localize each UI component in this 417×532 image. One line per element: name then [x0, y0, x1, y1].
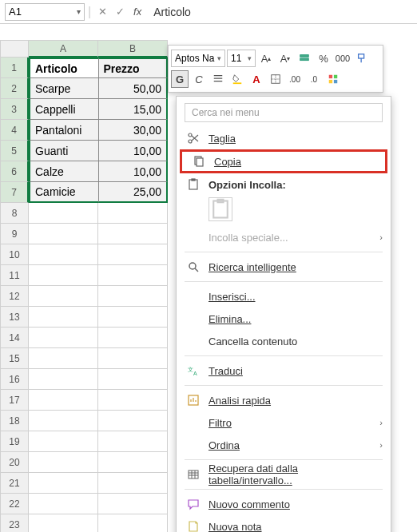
row-header[interactable]: 3 [0, 99, 29, 120]
name-box[interactable]: A1 ▾ [5, 3, 85, 21]
cell[interactable] [29, 307, 98, 328]
menu-delete[interactable]: Elimina... [177, 308, 391, 330]
cell[interactable] [98, 411, 168, 431]
increase-decimal-icon[interactable]: .00 [286, 70, 304, 88]
row-header[interactable]: 14 [0, 328, 29, 348]
row-header[interactable]: 21 [0, 473, 29, 494]
row-header[interactable]: 22 [0, 494, 29, 514]
cell[interactable] [29, 514, 98, 532]
cell[interactable]: Calze [29, 161, 99, 182]
cell[interactable]: 25,00 [99, 182, 169, 203]
cell[interactable]: 10,00 [99, 161, 169, 182]
decrease-decimal-icon[interactable]: .0 [305, 70, 323, 88]
col-header-b[interactable]: B [98, 40, 168, 58]
cell[interactable]: Cappelli [29, 99, 99, 120]
cell[interactable] [98, 328, 168, 348]
row-header[interactable]: 12 [0, 286, 29, 307]
fill-color-icon[interactable] [228, 70, 246, 88]
cell[interactable] [98, 265, 168, 286]
font-selector[interactable]: Aptos Na▾ [171, 50, 225, 67]
row-header[interactable]: 6 [0, 161, 29, 182]
font-color-icon[interactable]: A [248, 70, 265, 88]
cell[interactable]: Articolo [29, 58, 99, 78]
increase-font-icon[interactable]: A▴ [257, 50, 275, 67]
row-header[interactable]: 10 [0, 244, 29, 265]
cell[interactable] [29, 369, 98, 390]
cell[interactable] [98, 390, 168, 411]
menu-new-comment[interactable]: Nuovo commento [177, 493, 391, 515]
italic-button[interactable]: C [190, 70, 208, 88]
fx-icon[interactable]: fx [129, 4, 145, 20]
menu-copy[interactable]: Copia [180, 149, 387, 173]
cell[interactable] [29, 411, 98, 431]
row-header[interactable]: 17 [0, 390, 29, 411]
row-header[interactable]: 16 [0, 369, 29, 390]
row-header[interactable]: 23 [0, 514, 29, 532]
menu-sort[interactable]: Ordina › [177, 434, 391, 456]
cell[interactable] [98, 286, 168, 307]
row-header[interactable]: 5 [0, 141, 29, 161]
cell[interactable]: 10,00 [99, 141, 169, 161]
cell[interactable] [98, 473, 168, 494]
menu-translate[interactable]: 文A Traduci [177, 359, 391, 382]
decrease-font-icon[interactable]: A▾ [276, 50, 294, 67]
cell[interactable] [29, 390, 98, 411]
cell[interactable]: Pantaloni [29, 120, 99, 141]
formula-input[interactable]: Articolo [149, 6, 412, 18]
menu-filter[interactable]: Filtro › [177, 411, 391, 434]
format-painter-icon[interactable] [353, 50, 371, 67]
cell[interactable] [98, 431, 168, 452]
menu-smart-lookup[interactable]: Ricerca intelligente [177, 256, 391, 278]
cell[interactable]: 30,00 [99, 120, 169, 141]
row-header[interactable]: 19 [0, 431, 29, 452]
menu-insert[interactable]: Inserisci... [177, 285, 391, 308]
cell[interactable] [98, 224, 168, 244]
menu-search-input[interactable]: Cerca nei menu [185, 103, 383, 122]
row-header[interactable]: 15 [0, 348, 29, 369]
col-header-a[interactable]: A [29, 40, 98, 58]
row-header[interactable]: 8 [0, 203, 29, 224]
cell[interactable] [29, 328, 98, 348]
cell[interactable] [98, 494, 168, 514]
cell[interactable] [98, 203, 168, 224]
cell[interactable] [98, 307, 168, 328]
cell[interactable]: Prezzo [99, 58, 169, 78]
cell[interactable] [29, 348, 98, 369]
menu-cut[interactable]: Taglia [177, 127, 391, 149]
cell[interactable] [29, 224, 98, 244]
percent-icon[interactable]: % [315, 50, 332, 67]
borders-icon[interactable] [267, 70, 284, 88]
cell[interactable] [29, 431, 98, 452]
row-header[interactable]: 11 [0, 265, 29, 286]
row-header[interactable]: 13 [0, 307, 29, 328]
cell[interactable] [98, 452, 168, 473]
font-size-selector[interactable]: 11▾ [227, 50, 256, 67]
cell[interactable]: 50,00 [99, 78, 169, 99]
cell[interactable] [98, 244, 168, 265]
cell[interactable] [29, 452, 98, 473]
comma-icon[interactable]: 000 [334, 50, 351, 67]
bold-button[interactable]: G [171, 70, 189, 88]
cell[interactable]: Guanti [29, 141, 99, 161]
cell[interactable]: Scarpe [29, 78, 99, 99]
cell[interactable] [98, 514, 168, 532]
cell[interactable] [29, 494, 98, 514]
menu-clear[interactable]: Cancella contenuto [177, 330, 391, 352]
cell[interactable] [29, 286, 98, 307]
select-all-corner[interactable] [0, 40, 29, 58]
cell[interactable] [98, 369, 168, 390]
row-header[interactable]: 2 [0, 78, 29, 99]
paste-button[interactable] [208, 197, 232, 221]
row-header[interactable]: 18 [0, 411, 29, 431]
cell[interactable] [98, 348, 168, 369]
row-header[interactable]: 4 [0, 120, 29, 141]
row-header[interactable]: 9 [0, 224, 29, 244]
row-header[interactable]: 7 [0, 182, 29, 203]
cell[interactable] [29, 473, 98, 494]
accounting-format-icon[interactable] [296, 50, 313, 67]
cell[interactable]: 15,00 [99, 99, 169, 120]
menu-new-note[interactable]: Nuova nota [177, 515, 391, 532]
menu-quick-analysis[interactable]: Analisi rapida [177, 389, 391, 411]
cancel-formula-icon[interactable]: ✕ [94, 4, 110, 20]
cell[interactable] [29, 203, 98, 224]
